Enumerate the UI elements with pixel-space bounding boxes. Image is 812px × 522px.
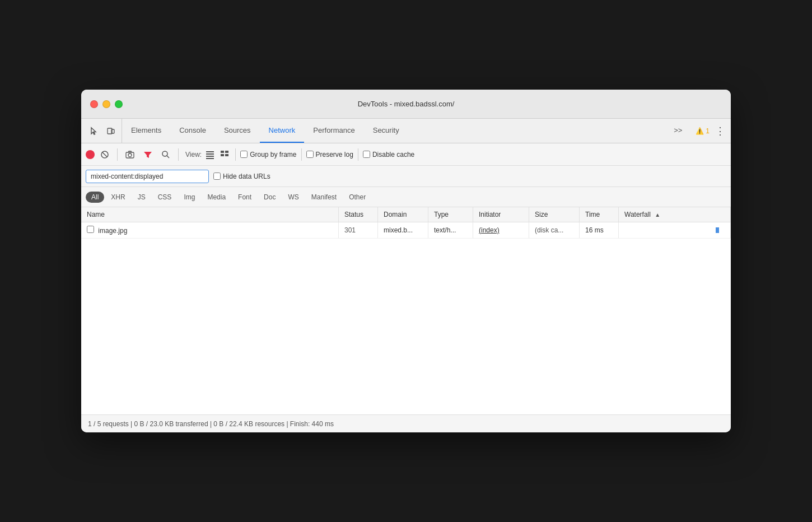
- type-filter-media[interactable]: Media: [202, 192, 231, 203]
- svg-rect-12: [221, 151, 224, 153]
- svg-line-3: [102, 152, 107, 157]
- close-button[interactable]: [90, 100, 98, 108]
- tabs-bar: Elements Console Sources Network Perform…: [81, 119, 731, 143]
- preserve-log-group: Preserve log: [306, 151, 353, 159]
- warning-badge[interactable]: ⚠️ 1: [696, 127, 710, 135]
- toolbar-divider-3: [235, 148, 236, 161]
- status-bar: 1 / 5 requests | 0 B / 23.0 KB transferr…: [81, 414, 731, 432]
- more-options-button[interactable]: ⋮: [714, 125, 726, 137]
- waterfall-bar-container: [624, 227, 725, 233]
- devtools-icons: [83, 119, 122, 143]
- clear-button[interactable]: [97, 147, 113, 162]
- group-by-frame-label[interactable]: Group by frame: [250, 151, 296, 159]
- preserve-log-label[interactable]: Preserve log: [316, 151, 353, 159]
- tab-network[interactable]: Network: [260, 119, 305, 143]
- toolbar: View: Group by frame Preserve: [81, 143, 731, 166]
- type-filter-img[interactable]: Img: [178, 192, 200, 203]
- svg-rect-11: [206, 158, 214, 159]
- svg-point-5: [128, 153, 132, 157]
- record-button[interactable]: [86, 150, 95, 159]
- hide-data-urls-checkbox[interactable]: [213, 173, 221, 180]
- col-header-waterfall[interactable]: Waterfall ▲: [619, 207, 731, 222]
- cell-waterfall: [619, 222, 731, 239]
- toolbar-divider-5: [358, 148, 358, 161]
- cell-initiator: (index): [473, 222, 529, 239]
- group-by-frame-checkbox[interactable]: [240, 151, 248, 158]
- svg-line-7: [167, 156, 169, 158]
- maximize-button[interactable]: [115, 100, 123, 108]
- cell-status: 301: [339, 222, 378, 239]
- table-row[interactable]: image.jpg 301 mixed.b... text/h... (inde…: [81, 222, 731, 239]
- warning-icon: ⚠️: [696, 127, 704, 135]
- preserve-log-checkbox[interactable]: [306, 151, 314, 158]
- col-header-type[interactable]: Type: [428, 207, 473, 222]
- cell-domain: mixed.b...: [378, 222, 428, 239]
- minimize-button[interactable]: [102, 100, 110, 108]
- col-header-status[interactable]: Status: [339, 207, 378, 222]
- tab-performance[interactable]: Performance: [304, 119, 363, 143]
- type-filter-js[interactable]: JS: [132, 192, 151, 203]
- type-filter-other[interactable]: Other: [343, 192, 371, 203]
- type-filter-all[interactable]: All: [86, 192, 104, 203]
- filter-row: Hide data URLs: [81, 166, 731, 187]
- filter-input[interactable]: [86, 170, 209, 183]
- more-tabs-button[interactable]: >>: [665, 126, 691, 136]
- window-title: DevTools - mixed.badssl.com/: [358, 100, 455, 108]
- svg-rect-14: [221, 154, 224, 156]
- hide-data-urls-label[interactable]: Hide data URLs: [223, 173, 270, 180]
- disable-cache-group: Disable cache: [363, 151, 414, 159]
- tab-console[interactable]: Console: [170, 119, 215, 143]
- cell-type: text/h...: [428, 222, 473, 239]
- network-table: Name Status Domain Type Initiator: [81, 207, 731, 239]
- toolbar-divider-1: [117, 148, 118, 161]
- tree-view-button[interactable]: [218, 148, 231, 161]
- sort-arrow-icon: ▲: [655, 212, 660, 218]
- group-by-frame-group: Group by frame: [240, 151, 296, 159]
- traffic-lights: [90, 100, 123, 108]
- svg-rect-15: [225, 154, 228, 156]
- tab-security[interactable]: Security: [364, 119, 408, 143]
- waterfall-bar: [716, 227, 719, 233]
- titlebar: DevTools - mixed.badssl.com/: [81, 90, 731, 119]
- tabs-end: >> ⚠️ 1 ⋮: [660, 119, 731, 143]
- svg-rect-9: [206, 153, 214, 155]
- type-filter-css[interactable]: CSS: [152, 192, 178, 203]
- search-button[interactable]: [158, 147, 174, 162]
- devtools-window: DevTools - mixed.badssl.com/ Elements Co…: [81, 90, 731, 432]
- type-filter-doc[interactable]: Doc: [258, 192, 281, 203]
- type-filter-xhr[interactable]: XHR: [105, 192, 130, 203]
- svg-rect-13: [225, 151, 228, 153]
- col-header-size[interactable]: Size: [529, 207, 580, 222]
- type-filter-manifest[interactable]: Manifest: [306, 192, 342, 203]
- list-view-button[interactable]: [204, 148, 216, 161]
- camera-button[interactable]: [122, 147, 138, 162]
- disable-cache-checkbox[interactable]: [363, 151, 370, 158]
- toolbar-divider-4: [301, 148, 302, 161]
- type-filter-bar: All XHR JS CSS Img Media Font Doc WS Man…: [81, 187, 731, 207]
- view-label: View:: [185, 151, 202, 159]
- svg-point-6: [162, 151, 167, 156]
- disable-cache-label[interactable]: Disable cache: [372, 151, 414, 159]
- type-filter-ws[interactable]: WS: [282, 192, 304, 203]
- col-header-initiator[interactable]: Initiator: [473, 207, 529, 222]
- col-header-name[interactable]: Name: [81, 207, 339, 222]
- tab-elements[interactable]: Elements: [122, 119, 170, 143]
- filter-button[interactable]: [140, 147, 156, 162]
- toolbar-divider-2: [178, 148, 179, 161]
- type-filter-font[interactable]: Font: [232, 192, 257, 203]
- cursor-icon[interactable]: [88, 125, 100, 137]
- cell-name: image.jpg: [81, 222, 339, 239]
- status-text: 1 / 5 requests | 0 B / 23.0 KB transferr…: [88, 420, 334, 428]
- hide-data-urls-group: Hide data URLs: [213, 173, 270, 180]
- svg-rect-8: [206, 151, 214, 152]
- table-header-row: Name Status Domain Type Initiator: [81, 207, 731, 222]
- col-header-time[interactable]: Time: [580, 207, 619, 222]
- tabs-nav: Elements Console Sources Network Perform…: [122, 119, 660, 143]
- tab-sources[interactable]: Sources: [215, 119, 260, 143]
- network-table-container: Name Status Domain Type Initiator: [81, 207, 731, 414]
- device-icon[interactable]: [105, 125, 117, 137]
- row-checkbox[interactable]: [87, 226, 94, 233]
- col-header-domain[interactable]: Domain: [378, 207, 428, 222]
- cell-time: 16 ms: [580, 222, 619, 239]
- svg-rect-10: [206, 156, 214, 157]
